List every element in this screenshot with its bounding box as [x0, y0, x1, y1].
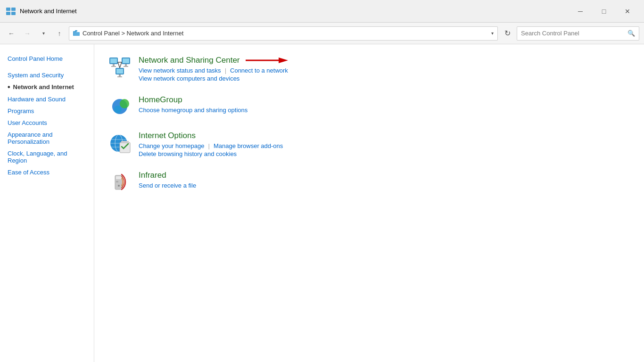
sidebar-item-ease-of-access[interactable]: Ease of Access	[8, 167, 86, 177]
sidebar-item-control-panel-home[interactable]: Control Panel Home	[8, 54, 86, 64]
svg-line-20	[118, 62, 120, 68]
back-button[interactable]: ←	[5, 27, 18, 40]
sidebar: Control Panel Home System and Security N…	[0, 44, 94, 362]
change-homepage-link[interactable]: Change your homepage	[139, 142, 205, 149]
svg-point-36	[118, 185, 120, 187]
svg-rect-14	[124, 66, 128, 67]
infrared-links: Send or receive a file	[139, 182, 196, 189]
close-button[interactable]: ✕	[617, 4, 638, 18]
forward-button[interactable]: →	[21, 27, 34, 40]
choose-homegroup-link[interactable]: Choose homegroup and sharing options	[139, 107, 248, 114]
title-bar: Network and Internet ─ □ ✕	[0, 0, 644, 23]
svg-rect-10	[111, 66, 116, 67]
svg-rect-8	[110, 58, 117, 63]
svg-rect-1	[11, 8, 16, 11]
window-icon	[6, 6, 16, 16]
internet-options-title[interactable]: Internet Options	[139, 131, 283, 140]
up-button[interactable]: ↑	[53, 27, 66, 40]
title-bar-left: Network and Internet	[6, 6, 77, 16]
main-content: Control Panel Home System and Security N…	[0, 44, 644, 362]
send-receive-file-link[interactable]: Send or receive a file	[139, 182, 196, 189]
svg-rect-0	[6, 8, 10, 11]
address-path-bar[interactable]: Control Panel > Network and Internet ▾	[69, 26, 498, 41]
address-bar: ← → ▾ ↑ Control Panel > Network and Inte…	[0, 23, 644, 44]
view-network-computers-link[interactable]: View network computers and devices	[139, 75, 288, 82]
sidebar-item-clock-language-region[interactable]: Clock, Language, and Region	[8, 148, 86, 165]
dropdown-button[interactable]: ▾	[37, 27, 50, 40]
category-network-sharing: Network and Sharing Center View network …	[108, 56, 630, 82]
category-homegroup: HomeGroup Choose homegroup and sharing o…	[108, 95, 630, 118]
network-sharing-icon	[108, 56, 131, 78]
network-sharing-links: View network status and tasks | Connect …	[139, 67, 288, 74]
path-folder-icon	[73, 30, 81, 37]
svg-rect-12	[123, 58, 129, 63]
homegroup-links: Choose homegroup and sharing options	[139, 107, 248, 114]
path-dropdown-button[interactable]: ▾	[491, 31, 494, 36]
sidebar-item-network-and-internet[interactable]: Network and Internet	[8, 82, 86, 92]
svg-line-21	[120, 62, 122, 68]
infrared-info: Infrared Send or receive a file	[139, 171, 196, 189]
network-sharing-title[interactable]: Network and Sharing Center	[139, 56, 240, 65]
minimize-button[interactable]: ─	[570, 4, 591, 18]
svg-marker-23	[279, 58, 288, 63]
infrared-icon	[108, 171, 131, 193]
svg-rect-33	[121, 141, 129, 143]
svg-rect-9	[113, 64, 115, 66]
refresh-button[interactable]: ↻	[501, 27, 514, 40]
delete-browsing-history-link[interactable]: Delete browsing history and cookies	[139, 150, 283, 157]
svg-rect-2	[6, 12, 10, 15]
svg-rect-17	[119, 74, 121, 76]
maximize-button[interactable]: □	[593, 4, 615, 18]
right-panel: Network and Sharing Center View network …	[94, 44, 644, 362]
svg-point-25	[120, 99, 129, 108]
svg-rect-37	[116, 181, 118, 182]
window-controls: ─ □ ✕	[570, 4, 638, 18]
svg-point-26	[114, 106, 122, 113]
internet-options-info: Internet Options Change your homepage | …	[139, 131, 283, 157]
svg-rect-18	[117, 76, 122, 77]
sidebar-item-programs[interactable]: Programs	[8, 106, 86, 116]
category-infrared: Infrared Send or receive a file	[108, 171, 630, 193]
window-title: Network and Internet	[20, 8, 77, 15]
view-network-status-link[interactable]: View network status and tasks	[139, 67, 221, 74]
homegroup-title[interactable]: HomeGroup	[139, 95, 248, 105]
search-input[interactable]	[521, 30, 625, 37]
sidebar-item-hardware-and-sound[interactable]: Hardware and Sound	[8, 94, 86, 104]
svg-rect-6	[74, 32, 80, 36]
svg-rect-5	[75, 30, 77, 32]
connect-to-network-link[interactable]: Connect to a network	[230, 67, 288, 74]
svg-rect-3	[11, 12, 16, 15]
manage-browser-addons-link[interactable]: Manage browser add-ons	[214, 142, 283, 149]
sidebar-item-appearance-and-personalization[interactable]: Appearance and Personalization	[8, 130, 86, 147]
network-sharing-info: Network and Sharing Center View network …	[139, 56, 288, 82]
search-box[interactable]: 🔍	[517, 26, 639, 41]
sidebar-item-system-and-security[interactable]: System and Security	[8, 70, 86, 80]
red-arrow-annotation	[246, 56, 288, 67]
internet-options-links: Change your homepage | Manage browser ad…	[139, 142, 283, 149]
homegroup-info: HomeGroup Choose homegroup and sharing o…	[139, 95, 248, 114]
svg-rect-16	[116, 69, 123, 74]
path-text: Control Panel > Network and Internet	[83, 30, 183, 37]
search-icon: 🔍	[627, 30, 635, 37]
svg-rect-35	[116, 176, 122, 179]
homegroup-icon	[108, 95, 131, 118]
category-internet-options: Internet Options Change your homepage | …	[108, 131, 630, 157]
sidebar-item-user-accounts[interactable]: User Accounts	[8, 118, 86, 128]
svg-rect-13	[125, 64, 127, 66]
infrared-title[interactable]: Infrared	[139, 171, 196, 180]
internet-options-icon	[108, 131, 131, 154]
